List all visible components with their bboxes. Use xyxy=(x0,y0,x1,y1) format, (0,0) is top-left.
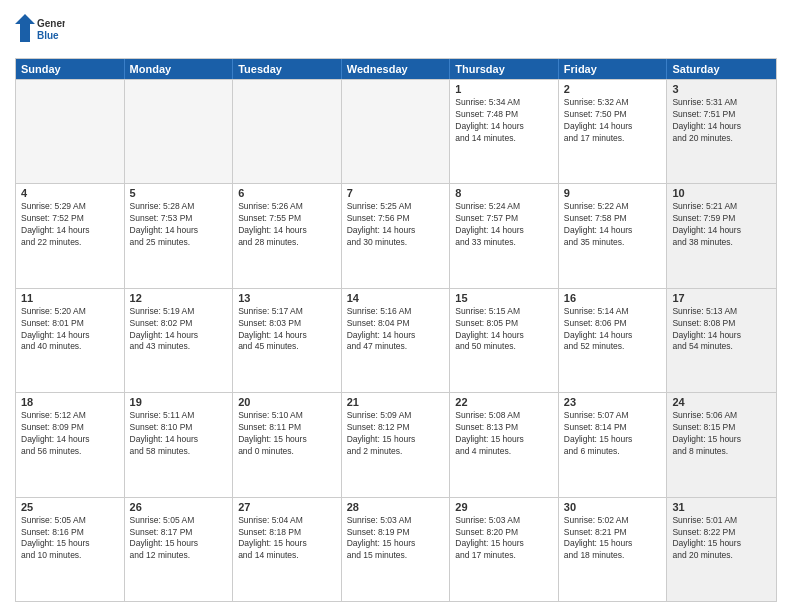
calendar-row: 18Sunrise: 5:12 AM Sunset: 8:09 PM Dayli… xyxy=(16,392,776,496)
svg-text:Blue: Blue xyxy=(37,30,59,41)
cell-info: Sunrise: 5:20 AM Sunset: 8:01 PM Dayligh… xyxy=(21,306,119,354)
day-number: 20 xyxy=(238,396,336,408)
header: General Blue xyxy=(15,10,777,50)
day-number: 16 xyxy=(564,292,662,304)
day-number: 23 xyxy=(564,396,662,408)
cell-info: Sunrise: 5:31 AM Sunset: 7:51 PM Dayligh… xyxy=(672,97,771,145)
day-number: 3 xyxy=(672,83,771,95)
day-number: 11 xyxy=(21,292,119,304)
cell-info: Sunrise: 5:16 AM Sunset: 8:04 PM Dayligh… xyxy=(347,306,445,354)
calendar-cell xyxy=(233,80,342,183)
calendar-cell: 4Sunrise: 5:29 AM Sunset: 7:52 PM Daylig… xyxy=(16,184,125,287)
page: General Blue SundayMondayTuesdayWednesda… xyxy=(0,0,792,612)
day-number: 15 xyxy=(455,292,553,304)
logo: General Blue xyxy=(15,10,65,50)
day-number: 7 xyxy=(347,187,445,199)
day-number: 10 xyxy=(672,187,771,199)
calendar-cell: 16Sunrise: 5:14 AM Sunset: 8:06 PM Dayli… xyxy=(559,289,668,392)
calendar-cell: 28Sunrise: 5:03 AM Sunset: 8:19 PM Dayli… xyxy=(342,498,451,601)
logo-svg: General Blue xyxy=(15,10,65,50)
cell-info: Sunrise: 5:24 AM Sunset: 7:57 PM Dayligh… xyxy=(455,201,553,249)
calendar-header-cell: Saturday xyxy=(667,59,776,79)
calendar-cell: 12Sunrise: 5:19 AM Sunset: 8:02 PM Dayli… xyxy=(125,289,234,392)
calendar-cell: 21Sunrise: 5:09 AM Sunset: 8:12 PM Dayli… xyxy=(342,393,451,496)
calendar-cell: 17Sunrise: 5:13 AM Sunset: 8:08 PM Dayli… xyxy=(667,289,776,392)
calendar-cell: 31Sunrise: 5:01 AM Sunset: 8:22 PM Dayli… xyxy=(667,498,776,601)
calendar-cell: 1Sunrise: 5:34 AM Sunset: 7:48 PM Daylig… xyxy=(450,80,559,183)
calendar-body: 1Sunrise: 5:34 AM Sunset: 7:48 PM Daylig… xyxy=(16,79,776,601)
cell-info: Sunrise: 5:05 AM Sunset: 8:17 PM Dayligh… xyxy=(130,515,228,563)
calendar-cell xyxy=(16,80,125,183)
cell-info: Sunrise: 5:04 AM Sunset: 8:18 PM Dayligh… xyxy=(238,515,336,563)
day-number: 25 xyxy=(21,501,119,513)
day-number: 21 xyxy=(347,396,445,408)
calendar-header-cell: Monday xyxy=(125,59,234,79)
calendar-header-cell: Friday xyxy=(559,59,668,79)
day-number: 31 xyxy=(672,501,771,513)
calendar-cell xyxy=(342,80,451,183)
calendar-header-cell: Wednesday xyxy=(342,59,451,79)
calendar-cell: 13Sunrise: 5:17 AM Sunset: 8:03 PM Dayli… xyxy=(233,289,342,392)
calendar-cell: 27Sunrise: 5:04 AM Sunset: 8:18 PM Dayli… xyxy=(233,498,342,601)
calendar-cell: 20Sunrise: 5:10 AM Sunset: 8:11 PM Dayli… xyxy=(233,393,342,496)
cell-info: Sunrise: 5:19 AM Sunset: 8:02 PM Dayligh… xyxy=(130,306,228,354)
calendar-cell: 11Sunrise: 5:20 AM Sunset: 8:01 PM Dayli… xyxy=(16,289,125,392)
cell-info: Sunrise: 5:26 AM Sunset: 7:55 PM Dayligh… xyxy=(238,201,336,249)
cell-info: Sunrise: 5:14 AM Sunset: 8:06 PM Dayligh… xyxy=(564,306,662,354)
calendar-cell: 2Sunrise: 5:32 AM Sunset: 7:50 PM Daylig… xyxy=(559,80,668,183)
cell-info: Sunrise: 5:10 AM Sunset: 8:11 PM Dayligh… xyxy=(238,410,336,458)
cell-info: Sunrise: 5:11 AM Sunset: 8:10 PM Dayligh… xyxy=(130,410,228,458)
day-number: 4 xyxy=(21,187,119,199)
day-number: 18 xyxy=(21,396,119,408)
calendar-cell: 9Sunrise: 5:22 AM Sunset: 7:58 PM Daylig… xyxy=(559,184,668,287)
calendar: SundayMondayTuesdayWednesdayThursdayFrid… xyxy=(15,58,777,602)
calendar-cell: 25Sunrise: 5:05 AM Sunset: 8:16 PM Dayli… xyxy=(16,498,125,601)
day-number: 28 xyxy=(347,501,445,513)
calendar-cell: 30Sunrise: 5:02 AM Sunset: 8:21 PM Dayli… xyxy=(559,498,668,601)
calendar-header-cell: Tuesday xyxy=(233,59,342,79)
cell-info: Sunrise: 5:21 AM Sunset: 7:59 PM Dayligh… xyxy=(672,201,771,249)
calendar-cell: 19Sunrise: 5:11 AM Sunset: 8:10 PM Dayli… xyxy=(125,393,234,496)
calendar-cell: 3Sunrise: 5:31 AM Sunset: 7:51 PM Daylig… xyxy=(667,80,776,183)
calendar-cell: 29Sunrise: 5:03 AM Sunset: 8:20 PM Dayli… xyxy=(450,498,559,601)
cell-info: Sunrise: 5:22 AM Sunset: 7:58 PM Dayligh… xyxy=(564,201,662,249)
cell-info: Sunrise: 5:01 AM Sunset: 8:22 PM Dayligh… xyxy=(672,515,771,563)
day-number: 17 xyxy=(672,292,771,304)
calendar-cell: 10Sunrise: 5:21 AM Sunset: 7:59 PM Dayli… xyxy=(667,184,776,287)
calendar-cell: 24Sunrise: 5:06 AM Sunset: 8:15 PM Dayli… xyxy=(667,393,776,496)
cell-info: Sunrise: 5:29 AM Sunset: 7:52 PM Dayligh… xyxy=(21,201,119,249)
cell-info: Sunrise: 5:12 AM Sunset: 8:09 PM Dayligh… xyxy=(21,410,119,458)
cell-info: Sunrise: 5:03 AM Sunset: 8:20 PM Dayligh… xyxy=(455,515,553,563)
day-number: 24 xyxy=(672,396,771,408)
svg-marker-2 xyxy=(15,14,35,42)
calendar-cell: 7Sunrise: 5:25 AM Sunset: 7:56 PM Daylig… xyxy=(342,184,451,287)
cell-info: Sunrise: 5:17 AM Sunset: 8:03 PM Dayligh… xyxy=(238,306,336,354)
day-number: 5 xyxy=(130,187,228,199)
calendar-cell: 15Sunrise: 5:15 AM Sunset: 8:05 PM Dayli… xyxy=(450,289,559,392)
calendar-cell: 18Sunrise: 5:12 AM Sunset: 8:09 PM Dayli… xyxy=(16,393,125,496)
day-number: 26 xyxy=(130,501,228,513)
calendar-cell: 26Sunrise: 5:05 AM Sunset: 8:17 PM Dayli… xyxy=(125,498,234,601)
calendar-header-cell: Sunday xyxy=(16,59,125,79)
day-number: 8 xyxy=(455,187,553,199)
day-number: 9 xyxy=(564,187,662,199)
day-number: 1 xyxy=(455,83,553,95)
calendar-row: 1Sunrise: 5:34 AM Sunset: 7:48 PM Daylig… xyxy=(16,79,776,183)
day-number: 19 xyxy=(130,396,228,408)
day-number: 6 xyxy=(238,187,336,199)
cell-info: Sunrise: 5:02 AM Sunset: 8:21 PM Dayligh… xyxy=(564,515,662,563)
day-number: 22 xyxy=(455,396,553,408)
svg-text:General: General xyxy=(37,18,65,29)
calendar-cell: 5Sunrise: 5:28 AM Sunset: 7:53 PM Daylig… xyxy=(125,184,234,287)
calendar-header-cell: Thursday xyxy=(450,59,559,79)
day-number: 12 xyxy=(130,292,228,304)
cell-info: Sunrise: 5:28 AM Sunset: 7:53 PM Dayligh… xyxy=(130,201,228,249)
calendar-cell: 22Sunrise: 5:08 AM Sunset: 8:13 PM Dayli… xyxy=(450,393,559,496)
day-number: 14 xyxy=(347,292,445,304)
calendar-header: SundayMondayTuesdayWednesdayThursdayFrid… xyxy=(16,59,776,79)
calendar-row: 4Sunrise: 5:29 AM Sunset: 7:52 PM Daylig… xyxy=(16,183,776,287)
cell-info: Sunrise: 5:03 AM Sunset: 8:19 PM Dayligh… xyxy=(347,515,445,563)
calendar-cell: 8Sunrise: 5:24 AM Sunset: 7:57 PM Daylig… xyxy=(450,184,559,287)
cell-info: Sunrise: 5:13 AM Sunset: 8:08 PM Dayligh… xyxy=(672,306,771,354)
calendar-cell: 14Sunrise: 5:16 AM Sunset: 8:04 PM Dayli… xyxy=(342,289,451,392)
